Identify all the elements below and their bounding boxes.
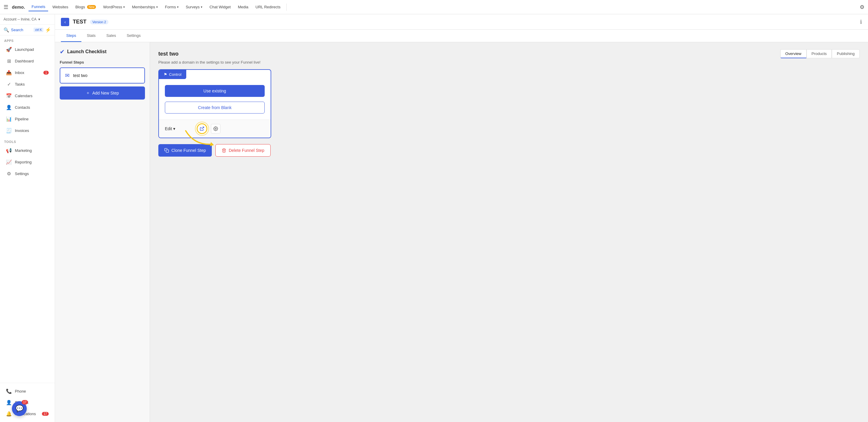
checklist-icon: ✔ bbox=[60, 48, 65, 55]
account-label: Account -- Irvine, CA bbox=[4, 17, 36, 21]
support-icon: 👤 bbox=[6, 400, 12, 405]
funnel-page-header: test two Overview Products Publishing bbox=[158, 49, 860, 58]
clone-icon bbox=[164, 148, 169, 153]
sidebar-label-contacts: Contacts bbox=[15, 105, 30, 110]
sidebar-item-phone[interactable]: 📞 Phone bbox=[2, 386, 53, 397]
right-panel: test two Overview Products Publishing Pl… bbox=[150, 42, 868, 422]
funnel-page-title: test two bbox=[158, 51, 179, 57]
sidebar-item-pipeline[interactable]: 📊 Pipeline bbox=[2, 114, 53, 124]
lightning-icon[interactable]: ⚡ bbox=[45, 27, 51, 33]
phone-icon: 📞 bbox=[6, 388, 12, 394]
sidebar-item-dashboard[interactable]: ⊞ Dashboard bbox=[2, 56, 53, 66]
notifications-icon: 🔔 bbox=[6, 411, 12, 417]
dashboard-icon: ⊞ bbox=[6, 58, 12, 64]
apps-section-label: Apps bbox=[0, 35, 55, 44]
main-content: ✔ Launch Checklist Funnel Steps ✉ test t… bbox=[55, 42, 868, 422]
view-tab-products[interactable]: Products bbox=[807, 49, 832, 58]
card-settings-button[interactable] bbox=[211, 124, 220, 133]
add-step-label: Add New Step bbox=[92, 91, 119, 95]
contacts-icon: 👤 bbox=[6, 104, 12, 110]
sidebar-label-phone: Phone bbox=[15, 389, 26, 393]
version-badge: Version 2 bbox=[90, 20, 108, 24]
funnel-steps-label: Funnel Steps bbox=[60, 60, 145, 64]
sidebar-label-settings: Settings bbox=[15, 172, 29, 176]
settings-gear-icon bbox=[213, 126, 218, 131]
invoices-icon: 🧾 bbox=[6, 128, 12, 133]
launch-checklist-header: ✔ Launch Checklist bbox=[60, 48, 145, 55]
search-bar[interactable]: 🔍 Search ctrl K ⚡ bbox=[0, 25, 55, 35]
nav-funnels[interactable]: Funnels bbox=[29, 3, 48, 11]
create-from-blank-button[interactable]: Create from Blank bbox=[165, 102, 265, 114]
nav-memberships[interactable]: Memberships ▾ bbox=[129, 3, 161, 11]
sidebar: Account -- Irvine, CA ▾ 🔍 Search ctrl K … bbox=[0, 14, 55, 422]
search-icon: 🔍 bbox=[4, 27, 9, 33]
view-tab-overview[interactable]: Overview bbox=[780, 49, 807, 58]
inbox-icon: 📥 bbox=[6, 70, 12, 76]
tasks-icon: ✓ bbox=[6, 82, 12, 87]
sidebar-item-contacts[interactable]: 👤 Contacts bbox=[2, 102, 53, 113]
action-buttons: Clone Funnel Step Delete Funnel Step bbox=[158, 144, 860, 157]
sidebar-label-launchpad: Launchpad bbox=[15, 47, 34, 52]
nav-url-redirects[interactable]: URL Redirects bbox=[252, 3, 283, 11]
nav-websites[interactable]: Websites bbox=[49, 3, 71, 11]
clone-funnel-step-button[interactable]: Clone Funnel Step bbox=[158, 144, 212, 157]
sidebar-label-inbox: Inbox bbox=[15, 70, 24, 75]
svg-rect-3 bbox=[166, 150, 169, 152]
clone-button-label: Clone Funnel Step bbox=[172, 148, 206, 153]
edit-button[interactable]: Edit ▾ bbox=[165, 126, 175, 131]
back-button[interactable]: ‹ bbox=[61, 18, 69, 26]
envelope-icon: ✉ bbox=[65, 72, 69, 79]
tools-section-label: Tools bbox=[0, 137, 55, 145]
tab-stats[interactable]: Stats bbox=[82, 30, 101, 42]
sidebar-item-reporting[interactable]: 📈 Reporting bbox=[2, 157, 53, 168]
tab-settings[interactable]: Settings bbox=[121, 30, 146, 42]
control-body: Use existing Create from Blank bbox=[159, 79, 271, 119]
top-navigation: ☰ demo. Funnels Websites Blogs New WordP… bbox=[0, 0, 868, 14]
svg-line-1 bbox=[202, 127, 204, 129]
sidebar-item-launchpad[interactable]: 🚀 Launchpad bbox=[2, 44, 53, 55]
control-tab-label: Control bbox=[169, 72, 182, 77]
sidebar-item-notifications[interactable]: 🔔 Notifications 17 bbox=[2, 408, 53, 419]
pipeline-icon: 📊 bbox=[6, 116, 12, 122]
chat-widget[interactable]: 💬 17 bbox=[12, 401, 27, 416]
chat-bubble[interactable]: 💬 17 bbox=[12, 401, 27, 416]
tab-sales[interactable]: Sales bbox=[101, 30, 122, 42]
add-step-button[interactable]: ＋ Add New Step bbox=[60, 87, 145, 99]
nav-wordpress[interactable]: WordPress ▾ bbox=[100, 3, 128, 11]
sidebar-label-dashboard: Dashboard bbox=[15, 59, 34, 63]
nav-forms[interactable]: Forms ▾ bbox=[162, 3, 182, 11]
gear-icon[interactable]: ⚙ bbox=[860, 4, 864, 10]
open-external-button[interactable] bbox=[197, 123, 207, 134]
control-card: ⚑ Control Use existing Create from Blank bbox=[158, 69, 271, 138]
nav-chat-widget[interactable]: Chat Widget bbox=[207, 3, 234, 11]
svg-point-2 bbox=[215, 128, 216, 129]
chat-badge: 17 bbox=[22, 400, 28, 404]
use-existing-button[interactable]: Use existing bbox=[165, 85, 265, 97]
view-tabs: Overview Products Publishing bbox=[780, 49, 860, 58]
sidebar-label-calendars: Calendars bbox=[15, 94, 32, 98]
tab-steps[interactable]: Steps bbox=[61, 30, 82, 42]
sidebar-item-marketing[interactable]: 📢 Marketing bbox=[2, 145, 53, 156]
delete-funnel-step-button[interactable]: Delete Funnel Step bbox=[215, 144, 271, 157]
flag-icon: ⚑ bbox=[164, 72, 167, 77]
tab-bar: Steps Stats Sales Settings bbox=[55, 30, 868, 42]
sidebar-item-inbox[interactable]: 📥 Inbox 1 bbox=[2, 67, 53, 78]
nav-blogs[interactable]: Blogs New bbox=[72, 3, 99, 11]
edit-label: Edit bbox=[165, 126, 172, 131]
sidebar-item-settings[interactable]: ⚙ Settings bbox=[2, 168, 53, 179]
account-selector[interactable]: Account -- Irvine, CA ▾ bbox=[0, 14, 55, 25]
funnel-step-item[interactable]: ✉ test two bbox=[60, 67, 145, 84]
domain-warning: Please add a domain in the settings to s… bbox=[158, 60, 860, 64]
sidebar-label-tasks: Tasks bbox=[15, 82, 25, 87]
nav-surveys[interactable]: Surveys ▾ bbox=[183, 3, 205, 11]
use-existing-label: Use existing bbox=[204, 89, 226, 93]
nav-media[interactable]: Media bbox=[235, 3, 251, 11]
sidebar-item-calendars[interactable]: 📅 Calendars bbox=[2, 90, 53, 101]
plus-icon: ＋ bbox=[86, 90, 90, 96]
hamburger-menu[interactable]: ☰ bbox=[4, 4, 8, 10]
sidebar-item-invoices[interactable]: 🧾 Invoices bbox=[2, 125, 53, 136]
view-tab-publishing[interactable]: Publishing bbox=[832, 49, 860, 58]
sidebar-label-reporting: Reporting bbox=[15, 160, 31, 164]
sidebar-item-tasks[interactable]: ✓ Tasks bbox=[2, 79, 53, 90]
sidebar-label-invoices: Invoices bbox=[15, 128, 29, 133]
